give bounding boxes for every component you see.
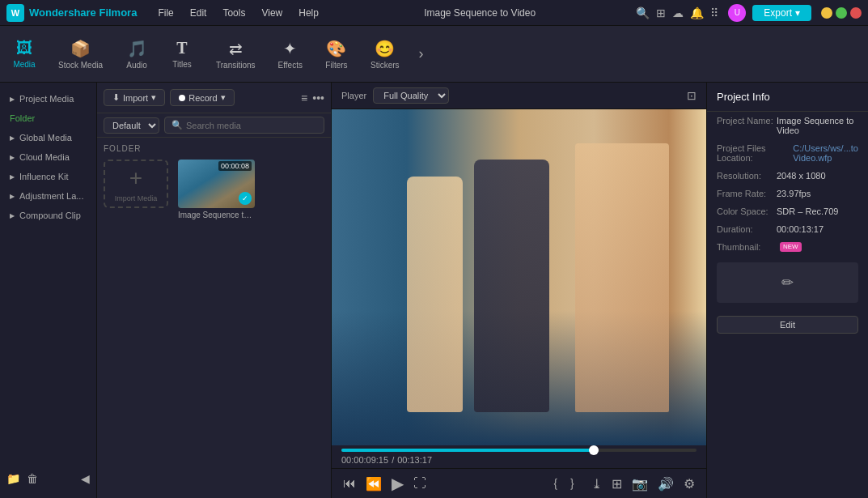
- filter-sort-icon[interactable]: ≡: [301, 92, 307, 104]
- bell-icon[interactable]: 🔔: [690, 6, 704, 19]
- tool-stickers[interactable]: 😊 Stickers: [364, 36, 406, 73]
- tool-filters-label: Filters: [325, 61, 347, 70]
- crop-icon[interactable]: ⊞: [610, 475, 624, 493]
- search-topbar-icon[interactable]: 🔍: [636, 6, 650, 19]
- menu-help[interactable]: Help: [290, 4, 327, 22]
- user-avatar[interactable]: U: [728, 4, 746, 22]
- import-button[interactable]: ⬇ Import ▾: [104, 89, 165, 106]
- volume-icon[interactable]: 🔊: [656, 475, 675, 493]
- edit-button[interactable]: Edit: [717, 316, 858, 334]
- stock-media-icon: 📦: [70, 39, 91, 58]
- sort-dropdown[interactable]: Default: [104, 117, 159, 134]
- maximize-button[interactable]: [836, 7, 847, 19]
- duration-label: Duration:: [717, 224, 773, 234]
- clip-selected-icon: ✓: [239, 192, 252, 205]
- thumbnail-section: ✏: [707, 256, 868, 309]
- apps-icon[interactable]: ⠿: [710, 6, 718, 19]
- thumbnail-preview[interactable]: ✏: [717, 262, 858, 303]
- import-label: Import: [123, 93, 148, 103]
- mark-out-icon[interactable]: ｝: [567, 474, 583, 494]
- record-button[interactable]: Record ▾: [170, 89, 234, 106]
- tool-audio[interactable]: 🎵 Audio: [119, 36, 155, 73]
- quality-select[interactable]: Full Quality: [373, 87, 449, 104]
- close-button[interactable]: [850, 7, 862, 19]
- grid-icon[interactable]: ⊞: [656, 6, 666, 19]
- progress-handle[interactable]: [589, 445, 599, 455]
- window-title: Image Sequence to Video: [424, 7, 536, 19]
- audio-icon: 🎵: [127, 39, 147, 58]
- tool-transitions[interactable]: ⇄ Transitions: [210, 36, 262, 73]
- tool-filters[interactable]: 🎨 Filters: [319, 36, 354, 73]
- media-panel-toolbar: ⬇ Import ▾ Record ▾ ≡ •••: [97, 83, 331, 113]
- collapse-sidebar-icon[interactable]: ◀: [81, 472, 90, 485]
- preview-video: [332, 109, 706, 445]
- minimize-button[interactable]: [821, 7, 832, 19]
- export-chevron-icon: ▾: [795, 7, 800, 19]
- arrow-icon-6: ▶: [10, 212, 15, 219]
- project-files-row: Project Files Location: C:/Users/ws/...t…: [707, 139, 868, 167]
- duration-row: Duration: 00:00:13:17: [707, 220, 868, 238]
- tool-media[interactable]: 🖼 Media: [6, 36, 42, 72]
- cloud-icon[interactable]: ☁: [672, 6, 684, 19]
- fullscreen-button[interactable]: ⛶: [412, 475, 428, 492]
- record-label: Record: [188, 93, 217, 103]
- tool-effects[interactable]: ✦ Effects: [272, 36, 309, 73]
- preview-header: Player Full Quality ⊡: [332, 83, 706, 109]
- media-thumbnail-item[interactable]: 00:00:08 ✓ Image Sequence to Vi...: [178, 160, 255, 219]
- arrow-icon-4: ▶: [10, 173, 15, 181]
- skip-back-button[interactable]: ⏮: [341, 475, 358, 492]
- edit-thumbnail-icon: ✏: [781, 274, 794, 292]
- preview-progress-bar[interactable]: 00:00:09:15 / 00:13:17: [332, 445, 706, 468]
- transitions-icon: ⇄: [229, 39, 243, 58]
- mark-in-icon[interactable]: ｛: [544, 474, 561, 494]
- snapshot-icon[interactable]: 📷: [630, 475, 650, 493]
- project-name-row: Project Name: Image Sequence to Video: [707, 112, 868, 139]
- main-area: ▶ Project Media Folder ▶ Global Media ▶ …: [0, 83, 868, 498]
- tool-audio-label: Audio: [126, 61, 147, 70]
- titles-icon: T: [176, 39, 187, 57]
- tool-titles-label: Titles: [172, 60, 192, 69]
- left-sidebar: ▶ Project Media Folder ▶ Global Media ▶ …: [0, 83, 97, 498]
- tool-stock-label: Stock Media: [58, 61, 103, 70]
- sidebar-item-compound-clip[interactable]: ▶ Compound Clip: [0, 206, 96, 225]
- sidebar-item-cloud-media[interactable]: ▶ Cloud Media: [0, 147, 96, 167]
- menu-view[interactable]: View: [253, 4, 290, 22]
- preview-expand-icon[interactable]: ⊡: [687, 89, 697, 102]
- project-files-label: Project Files Location:: [717, 143, 790, 163]
- media-more-icon[interactable]: •••: [312, 92, 324, 104]
- sidebar-item-influence-kit[interactable]: ▶ Influence Kit: [0, 167, 96, 186]
- menu-edit[interactable]: Edit: [182, 4, 215, 22]
- menu-file[interactable]: File: [150, 4, 181, 22]
- sidebar-item-adjustment[interactable]: ▶ Adjustment La...: [0, 186, 96, 206]
- import-media-item[interactable]: + Import Media: [104, 160, 168, 208]
- media-search-bar: Default 🔍: [97, 113, 331, 138]
- resolution-value: 2048 x 1080: [777, 171, 858, 181]
- sidebar-item-global-media[interactable]: ▶ Global Media: [0, 128, 96, 147]
- time-separator: /: [392, 455, 394, 465]
- search-input[interactable]: [186, 121, 317, 130]
- export-button[interactable]: Export ▾: [752, 5, 811, 21]
- audio-settings-icon[interactable]: ⚙: [682, 475, 697, 493]
- tool-transitions-label: Transitions: [216, 61, 256, 70]
- new-folder-icon[interactable]: 📁: [6, 472, 20, 485]
- more-tools-button[interactable]: ›: [416, 42, 427, 66]
- delete-icon[interactable]: 🗑: [27, 472, 38, 485]
- title-bar: W Wondershare Filmora File Edit Tools Vi…: [0, 0, 868, 26]
- sidebar-bottom-actions: 📁 🗑 ◀: [0, 466, 96, 492]
- sidebar-label-cloud-media: Cloud Media: [19, 152, 70, 162]
- play-button[interactable]: ▶: [390, 472, 405, 495]
- search-box[interactable]: 🔍: [164, 117, 324, 134]
- tool-stock-media[interactable]: 📦 Stock Media: [52, 36, 109, 73]
- thumbnail-row: Thumbnail: NEW: [707, 238, 868, 256]
- sidebar-item-project-media[interactable]: ▶ Project Media: [0, 89, 96, 109]
- sidebar-label-global-media: Global Media: [19, 133, 72, 143]
- extract-icon[interactable]: ⤓: [590, 475, 603, 493]
- menu-tools[interactable]: Tools: [214, 4, 253, 22]
- duration-value: 00:00:13:17: [777, 224, 858, 234]
- media-toolbar: 🖼 Media 📦 Stock Media 🎵 Audio T Titles ⇄…: [0, 26, 868, 83]
- sidebar-label-adjustment: Adjustment La...: [19, 191, 84, 201]
- tool-titles[interactable]: T Titles: [164, 36, 200, 72]
- sidebar-item-folder[interactable]: Folder: [0, 109, 96, 128]
- frame-back-button[interactable]: ⏪: [364, 475, 383, 493]
- project-files-value: C:/Users/ws/...to Video.wfp: [793, 143, 858, 163]
